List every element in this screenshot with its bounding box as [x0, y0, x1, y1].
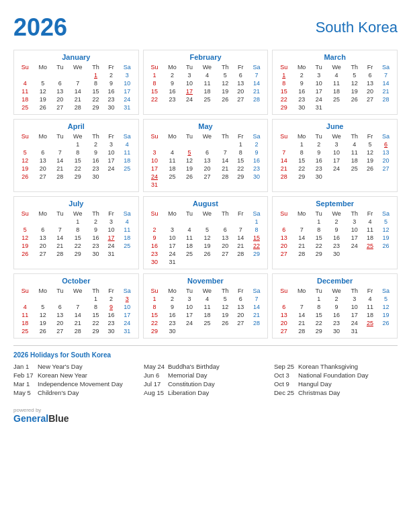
calendar-day: 30: [103, 103, 119, 112]
calendar-day: 2: [311, 140, 326, 148]
calendar-day: 23: [326, 319, 347, 327]
calendar-day: 21: [52, 242, 68, 250]
month-block: AugustSuMoTuWeThFrSa12345678910111213141…: [143, 196, 269, 269]
calendar-day: 8: [292, 148, 311, 157]
calendar-day: 22: [88, 319, 104, 327]
calendar-day: 3: [163, 226, 181, 234]
calendar-day: 21: [233, 242, 248, 250]
country-title: South Korea: [316, 19, 398, 36]
calendar-day: 17: [347, 234, 363, 242]
calendar-day: 2: [248, 140, 265, 148]
calendar-day: 16: [103, 311, 119, 319]
month-title: August: [146, 200, 265, 208]
calendar-day: 15: [68, 234, 88, 242]
holiday-column: May 24Buddha's BirthdayJun 6Memorial Day…: [144, 363, 267, 398]
calendar-day: 28: [233, 250, 248, 258]
calendar-day: 7: [233, 226, 248, 234]
calendar-day: 27: [275, 327, 292, 335]
calendar-day: 1: [88, 71, 104, 79]
calendar-day: 16: [88, 157, 104, 165]
calendar-day: 10: [103, 226, 119, 234]
calendar-day: 1: [311, 218, 326, 226]
calendar-day: 7: [377, 71, 394, 79]
calendar-day: 27: [52, 103, 68, 112]
calendar-day: 12: [34, 87, 52, 95]
calendar-day: 10: [182, 79, 197, 87]
calendar-day: [182, 140, 197, 148]
calendar-day: 21: [377, 87, 394, 95]
calendar-day: 3: [182, 71, 197, 79]
holiday-item: Feb 17Korean New Year: [13, 371, 137, 379]
calendar-day: 25: [163, 173, 181, 181]
month-block: MarchSuMoTuWeThFrSa123456789101112131415…: [272, 50, 398, 115]
calendar-day: 19: [377, 311, 394, 319]
calendar-day: 11: [182, 234, 197, 242]
calendar-table: SuMoTuWeThFrSa12345678910111213141516171…: [17, 132, 136, 181]
calendar-day: 25: [182, 250, 197, 258]
calendar-day: 5: [34, 303, 52, 311]
calendar-day: 22: [146, 319, 163, 327]
calendar-day: 22: [311, 242, 326, 250]
holidays-section: 2026 Holidays for South Korea Jan 1New Y…: [13, 351, 398, 398]
calendar-day: 28: [217, 173, 233, 181]
calendar-day: 22: [311, 319, 326, 327]
calendar-table: SuMoTuWeThFrSa12345678910111213141516171…: [17, 210, 136, 258]
month-block: OctoberSuMoTuWeThFrSa1234567891011121314…: [13, 273, 139, 339]
calendar-day: 16: [146, 242, 163, 250]
calendar-day: 28: [68, 103, 88, 112]
calendar-day: [233, 258, 248, 266]
calendar-day: 27: [363, 95, 378, 103]
calendar-day: 9: [326, 303, 347, 311]
calendar-day: [17, 218, 34, 226]
calendar-day: 15: [68, 157, 88, 165]
calendar-day: 15: [146, 311, 163, 319]
calendar-day: 4: [163, 148, 181, 157]
holidays-title: 2026 Holidays for South Korea: [13, 351, 398, 359]
calendar-day: 12: [17, 157, 34, 165]
calendar-day: [146, 140, 163, 148]
calendar-day: 23: [103, 319, 119, 327]
calendar-day: 13: [34, 157, 52, 165]
calendar-day: 14: [275, 157, 292, 165]
calendar-day: 3: [119, 71, 136, 79]
calendar-day: 20: [363, 87, 378, 95]
calendar-day: 12: [377, 303, 394, 311]
calendar-day: 15: [88, 87, 104, 95]
holiday-date: Jan 1: [13, 363, 35, 370]
month-block: AprilSuMoTuWeThFrSa123456789101112131415…: [13, 119, 139, 192]
calendar-table: SuMoTuWeThFrSa12345678910111213141516171…: [146, 287, 265, 335]
calendar-day: 16: [326, 311, 347, 319]
calendar-day: [326, 103, 347, 112]
calendar-day: 19: [182, 165, 197, 173]
calendar-day: 12: [217, 303, 233, 311]
holiday-item: Oct 3National Foundation Day: [274, 371, 398, 379]
calendar-day: [182, 258, 197, 266]
calendar-day: 3: [119, 295, 136, 303]
calendar-day: 19: [34, 95, 52, 103]
calendar-day: 19: [347, 87, 363, 95]
calendar-day: 28: [292, 327, 311, 335]
calendar-day: 12: [363, 148, 378, 157]
month-block: DecemberSuMoTuWeThFrSa123456789101112131…: [272, 273, 398, 339]
calendar-day: 25: [119, 165, 136, 173]
calendar-day: 22: [233, 165, 248, 173]
calendar-day: [163, 140, 181, 148]
calendar-day: 16: [292, 87, 311, 95]
calendar-day: 2: [163, 71, 181, 79]
calendar-day: 8: [275, 79, 292, 87]
calendar-day: 10: [163, 234, 181, 242]
calendar-day: 24: [103, 242, 119, 250]
calendar-day: 5: [217, 71, 233, 79]
calendar-day: 27: [233, 95, 248, 103]
calendar-day: 29: [311, 327, 326, 335]
calendar-day: 14: [292, 234, 311, 242]
calendar-day: 4: [119, 140, 136, 148]
calendar-day: 30: [88, 173, 104, 181]
calendar-day: 26: [197, 250, 217, 258]
calendar-day: 17: [103, 157, 119, 165]
calendar-day: 26: [217, 319, 233, 327]
calendar-day: 27: [34, 250, 52, 258]
calendar-day: 10: [103, 148, 119, 157]
calendar-day: 31: [119, 327, 136, 335]
calendar-day: 4: [182, 226, 197, 234]
